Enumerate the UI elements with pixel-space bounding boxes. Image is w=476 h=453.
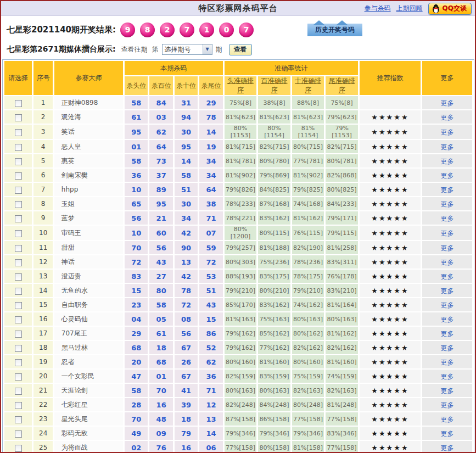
kill-number-cell: 48 (149, 412, 172, 426)
row-checkbox[interactable] (15, 100, 22, 107)
row-checkbox[interactable] (15, 114, 22, 121)
more-link[interactable]: 更多 (440, 143, 453, 151)
view-button[interactable]: 查看 (229, 44, 252, 55)
row-master-name: 自由职务 (54, 298, 123, 311)
accuracy-cell: 83%[346] (326, 427, 358, 440)
row-checkbox[interactable] (15, 158, 22, 165)
row-checkbox[interactable] (15, 245, 22, 252)
row-checkbox[interactable] (15, 345, 22, 352)
top-links: 参与杀码 上期回顾 QQ交谈 (365, 1, 472, 16)
kill-number-cell: 58 (125, 384, 148, 397)
more-link[interactable]: 更多 (440, 200, 453, 208)
row-checkbox[interactable] (15, 359, 22, 366)
more-cell: 更多 (422, 154, 472, 167)
more-link[interactable]: 更多 (440, 316, 453, 323)
more-link[interactable]: 更多 (440, 359, 453, 366)
row-master-name: 惠英 (54, 154, 123, 167)
row-master-name: 玉姐 (54, 197, 123, 210)
more-link[interactable]: 更多 (440, 259, 453, 266)
more-link[interactable]: 更多 (440, 287, 453, 295)
more-link[interactable]: 更多 (440, 215, 453, 222)
history-numbers-button[interactable]: 历史开奖号码 (307, 24, 362, 36)
table-row: 1正财神08985884312975%[8]38%[8]88%[8]75%[8]… (4, 96, 472, 109)
row-index: 2 (33, 110, 52, 124)
more-link[interactable]: 更多 (440, 330, 453, 338)
accuracy-cell: 83%[159] (258, 370, 290, 383)
row-checkbox[interactable] (15, 144, 22, 151)
row-checkbox[interactable] (15, 331, 22, 338)
row-checkbox[interactable] (15, 201, 22, 208)
kill-number-cell: 29 (125, 327, 148, 340)
star-rating-cell: ★★★★★ (360, 241, 421, 254)
issue-number-select[interactable]: 选择期号 ▼ (162, 44, 212, 55)
row-checkbox[interactable] (15, 445, 22, 452)
sort-ten-accuracy-link[interactable]: 十准确排序 (292, 76, 324, 95)
row-select-cell (4, 211, 32, 225)
kill-number-cell: 62 (149, 125, 172, 139)
kill-number-cell: 51 (199, 284, 222, 297)
kill-number-cell: 14 (199, 427, 222, 440)
star-rating-cell: ★★★★★ (360, 183, 421, 196)
table-row: 11甜甜7056905979%[257]81%[188]82%[190]81%[… (4, 241, 472, 254)
accuracy-cell: 82%[159] (225, 370, 257, 383)
previous-issue-review-link[interactable]: 上期回顾 (396, 4, 423, 13)
row-checkbox[interactable] (15, 430, 22, 438)
more-link[interactable]: 更多 (440, 387, 453, 395)
more-cell: 更多 (422, 140, 472, 153)
more-link[interactable]: 更多 (440, 301, 453, 309)
table-row: 8玉姐6595303878%[233]87%[168]74%[168]84%[2… (4, 197, 472, 210)
more-cell: 更多 (422, 125, 472, 139)
more-link[interactable]: 更多 (440, 99, 453, 107)
more-link[interactable]: 更多 (440, 444, 453, 452)
accuracy-cell: 80%[303] (225, 255, 257, 269)
row-checkbox[interactable] (15, 373, 22, 381)
row-checkbox[interactable] (15, 316, 22, 323)
more-link[interactable]: 更多 (440, 158, 453, 165)
qq-chat-button[interactable]: QQ交谈 (428, 3, 472, 15)
more-link[interactable]: 更多 (440, 373, 453, 381)
row-checkbox[interactable] (15, 215, 22, 222)
more-link[interactable]: 更多 (440, 273, 453, 281)
more-link[interactable]: 更多 (440, 186, 453, 194)
kill-number-cell: 49 (125, 427, 148, 440)
lottery-ball: 1 (199, 23, 214, 37)
sort-tail-accuracy-link[interactable]: 尾准确排序 (326, 76, 358, 95)
row-select-cell (4, 327, 32, 340)
more-link[interactable]: 更多 (440, 128, 453, 136)
kill-number-cell: 16 (149, 398, 172, 411)
row-index: 1 (33, 96, 52, 109)
row-select-cell (4, 384, 32, 397)
table-row: 7hhpp1089516479%[826]84%[825]79%[825]80%… (4, 183, 472, 196)
row-checkbox[interactable] (15, 230, 22, 237)
row-checkbox[interactable] (15, 388, 22, 395)
draw-balls: 9827107 (120, 23, 254, 37)
star-rating-cell (360, 96, 421, 109)
row-checkbox[interactable] (15, 172, 22, 180)
row-index: 21 (33, 384, 52, 397)
row-checkbox[interactable] (15, 416, 22, 423)
more-link[interactable]: 更多 (440, 244, 453, 252)
more-link[interactable]: 更多 (440, 401, 453, 409)
row-master-name: 审码王 (54, 226, 123, 240)
more-link[interactable]: 更多 (440, 230, 453, 237)
row-checkbox[interactable] (15, 273, 22, 281)
row-checkbox[interactable] (15, 302, 22, 309)
more-link[interactable]: 更多 (440, 172, 453, 180)
accuracy-cell: 81%[188] (258, 241, 290, 254)
kill-number-cell: 56 (125, 211, 148, 225)
sort-head-accuracy-link[interactable]: 头准确排序 (225, 76, 257, 95)
row-master-name: 彩码无敌 (54, 427, 123, 440)
row-checkbox[interactable] (15, 129, 22, 136)
sort-hundred-accuracy-link[interactable]: 百准确排序 (258, 76, 290, 95)
more-link[interactable]: 更多 (440, 416, 453, 423)
more-cell: 更多 (422, 197, 472, 210)
more-link[interactable]: 更多 (440, 114, 453, 121)
row-checkbox[interactable] (15, 187, 22, 194)
row-checkbox[interactable] (15, 259, 22, 266)
join-kill-code-link[interactable]: 参与杀码 (365, 4, 391, 13)
more-link[interactable]: 更多 (440, 344, 453, 352)
view-past-label: 查看往期 (121, 45, 148, 54)
row-checkbox[interactable] (15, 288, 22, 295)
row-checkbox[interactable] (15, 402, 22, 409)
more-link[interactable]: 更多 (440, 430, 453, 438)
